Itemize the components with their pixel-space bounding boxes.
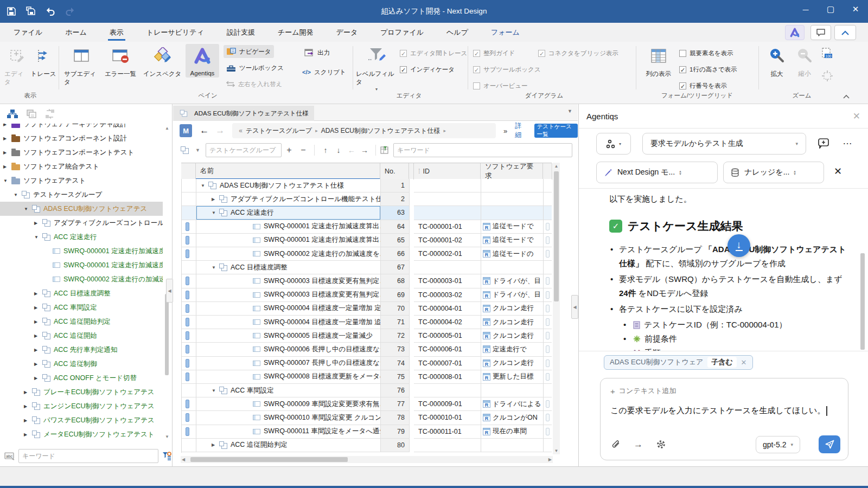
breadcrumb-item[interactable]: テストケースグループ [246,126,312,136]
context-chip[interactable]: ADAS ECU制御ソフトウェア 子含む ✕ [604,355,753,370]
undo-icon[interactable] [42,4,59,19]
ribbon-checkbox[interactable]: ✓コネクタをブリッジ表示 [538,48,618,59]
row-expander-icon[interactable]: ▼ [212,388,219,393]
breadcrumb-collapse-icon[interactable]: « [239,127,242,134]
row-expander-icon[interactable]: ▶ [212,197,219,202]
menu-tab[interactable]: ヘルプ [435,23,480,42]
checkbox-icon[interactable]: ✓ [400,50,407,57]
detail-view-link[interactable]: 詳細 [515,121,528,140]
grid-filter-icon[interactable] [380,146,389,155]
table-row[interactable]: ▼ACC 車間設定76 [182,384,552,397]
tree-expander-icon[interactable]: ▶ [24,404,32,409]
column-header-no[interactable]: No. [380,163,409,179]
checkbox-icon[interactable]: ✓ [679,66,686,73]
model-type-icon[interactable] [181,146,189,154]
tree-expander-icon[interactable]: ▶ [34,291,42,296]
more-options-icon[interactable]: … [843,136,853,147]
tree-expander-icon[interactable]: ▶ [3,150,11,155]
new-chat-icon[interactable] [818,138,829,149]
drag-handle-icon[interactable]: ⁞ [418,168,419,175]
tree-expander-icon[interactable]: ▶ [3,136,11,141]
ribbon-checkbox[interactable]: ✓エディタ間トレース [400,48,467,59]
chat-scrollbar[interactable] [860,253,865,350]
output-button[interactable]: 出力 [302,46,333,59]
tree-item[interactable]: SWRQ-000001 定速走行加減速度算出 [0,244,163,258]
checkbox-icon[interactable]: ✓ [473,66,480,73]
tree-expander-icon[interactable]: ▶ [3,124,11,127]
knowledge-pill[interactable]: ナレッジを... ▴▾ [723,162,824,183]
scroll-down-icon[interactable]: ▼ [164,434,170,439]
table-row[interactable]: SWRQ-000001 定速走行加減速度算出…64TC-000001-01追従モ… [182,220,552,234]
tree-item[interactable]: ▶アダプティブクルーズコントロール [0,216,163,230]
table-row[interactable]: ▶ACC 追従開始判定80 [182,439,552,452]
ribbon-checkbox[interactable]: オーバービュー [473,80,528,91]
column-header-name[interactable]: 名前 [196,163,380,179]
tree-item[interactable]: ▼テストケースグループ [0,188,163,202]
avatar[interactable]: M [180,124,192,137]
tree-expander-icon[interactable]: ▼ [3,178,11,183]
add-context-button[interactable]: + コンテキスト追加 [610,386,838,396]
tree-item[interactable]: ▶ソフトウェアコンポーネントテスト [0,145,163,159]
model-type-input[interactable] [206,143,282,157]
column-header-id[interactable]: ⁞ID [413,163,481,179]
table-row[interactable]: SWRQ-000003 目標速度変更有無判定…68TC-000003-01ドライ… [182,274,552,288]
error-list-button[interactable]: エラー一覧 [102,45,139,78]
copy-model-icon[interactable] [26,109,37,119]
arrow-right-icon[interactable]: → [634,439,643,450]
zoom-in-button[interactable]: 拡大 [764,45,790,78]
menu-tab[interactable]: 表示 [98,23,135,42]
tree-item[interactable]: ▶ACC 追従開始 [0,329,163,343]
editor-pane-button[interactable]: エディタ [4,45,29,86]
swap-panes-button[interactable]: 左右を入れ替え [224,78,285,91]
menu-tab[interactable]: データ [325,23,369,42]
tree-item[interactable]: ▶ACC 追従開始判定 [0,314,163,329]
table-row[interactable]: SWRQ-000009 車間設定変更要求有無…77TC-000009-01ドライ… [182,397,552,411]
minimize-button[interactable]: ─ [793,0,818,18]
tree-item[interactable]: ▶ACC 追従制御 [0,357,163,371]
move-down-icon[interactable]: ↓ [332,146,345,155]
zoom-fit-icon[interactable] [821,70,833,82]
settings-gear-icon[interactable] [656,439,666,450]
model-hierarchy-icon[interactable] [7,109,18,119]
scroll-to-bottom-button[interactable]: ↓ [727,234,750,257]
tree-expander-icon[interactable]: ▶ [24,418,32,423]
tab-list-chevron-icon[interactable]: ▼ [567,108,572,114]
navigator-toggle[interactable]: ナビゲータ [224,45,274,58]
model-relation-icon[interactable] [44,109,55,119]
row-expander-icon[interactable]: ▼ [212,265,219,270]
grid-keyword-input[interactable] [393,143,572,157]
tree-item[interactable]: ▶ソフトウェア統合テスト [0,159,163,174]
menu-tab[interactable]: チーム開発 [266,23,325,42]
maximize-button[interactable]: ▢ [818,0,843,18]
move-left-icon[interactable]: ← [345,146,358,155]
tree-item[interactable]: ▶ソフトウェアアーキテクチャ設計 [0,124,163,131]
redo-icon[interactable] [62,4,78,19]
ribbon-checkbox[interactable]: ✓行番号を表示 [679,80,727,91]
table-row[interactable]: SWRQ-000008 目標速度更新をメータへ通知75TC-000008-01更… [182,370,552,384]
tree-expander-icon[interactable]: ▶ [34,333,42,338]
document-tab[interactable]: ADAS ECU制御ソフトウェアテスト仕様 [173,106,314,121]
checkbox-icon[interactable]: ✓ [679,82,686,89]
menu-tab[interactable]: フォーム [480,23,531,42]
script-button[interactable]: </> スクリプト [299,66,349,79]
breadcrumb[interactable]: « テストケースグループ ▸ ADAS ECU制御ソフトウェアテスト仕様 ▸ [232,123,496,138]
model-type-chevron-icon[interactable]: ▼ [195,147,200,153]
tree-item[interactable]: SWRQ-000001 定速走行加減速度算出 [0,258,163,272]
model-select[interactable]: gpt-5.2 ▾ [756,436,800,453]
tree-item[interactable]: ▶パワステECU制御ソフトウェアテス [0,413,163,427]
menu-tab[interactable]: ホーム [54,23,98,42]
scroll-down-icon[interactable]: ▼ [553,448,560,453]
checkbox-icon[interactable]: ✓ [538,50,545,57]
tree-item[interactable]: ▼ソフトウェアテスト [0,174,163,188]
table-vertical-scrollbar[interactable]: ▲ ▼ [553,163,560,454]
tree-expander-icon[interactable]: ▶ [24,390,32,395]
row-expander-icon[interactable]: ▼ [201,183,208,188]
scroll-left-icon[interactable]: ◀ [182,457,185,462]
tree-expander-icon[interactable]: ▶ [34,319,42,324]
ribbon-checkbox[interactable]: ✓サブツールボックス [473,64,541,75]
breadcrumb-item[interactable]: ADAS ECU制御ソフトウェアテスト仕様 [321,126,441,136]
table-horizontal-scrollbar[interactable]: ◀ ▶ [181,456,553,463]
tree-expander-icon[interactable]: ▶ [34,305,42,310]
table-row[interactable]: SWRQ-000006 長押し中の目標速度なだら…73TC-000006-01定… [182,343,552,356]
zoom-out-button[interactable]: 縮小 [792,45,817,78]
